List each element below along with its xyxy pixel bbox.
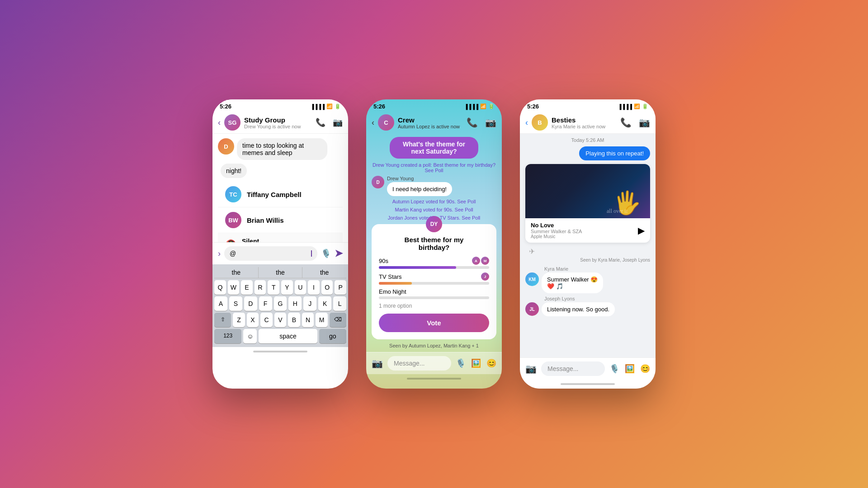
battery-icon-3: 🔋 [642, 103, 648, 109]
key-space[interactable]: space [259, 329, 317, 343]
expand-button[interactable]: › [218, 249, 221, 258]
key-shift[interactable]: ⇧ [214, 313, 231, 327]
header-actions-1: 📞 📷 [316, 117, 343, 127]
key-q[interactable]: Q [214, 280, 226, 295]
besties-avatar: B [532, 114, 548, 131]
key-o[interactable]: O [321, 280, 333, 295]
music-play-button[interactable]: ▶ [638, 225, 645, 236]
suggestion-2[interactable]: the [259, 267, 303, 278]
mic-button-3[interactable]: 🎙️ [609, 364, 619, 374]
phone-call-button[interactable]: 📞 [316, 117, 326, 127]
vote-button[interactable]: Vote [379, 314, 489, 332]
joseph-avatar: JL [525, 302, 539, 316]
home-bar-2 [407, 378, 461, 380]
status-bar-2: 5:26 ▐▐▐▐ 📶 🔋 [366, 99, 502, 112]
message-row-1: D time to stop looking at memes and slee… [218, 138, 343, 160]
key-l[interactable]: L [333, 296, 346, 311]
placeholder-text-3: Message... [547, 365, 578, 372]
key-go[interactable]: go [319, 329, 346, 343]
system-text: Drew Young created a poll: Best theme fo… [373, 162, 495, 168]
header-actions-2: 📞 📷 [467, 117, 496, 128]
keyboard-row-3: ⇧ Z X C V B N M ⌫ [214, 313, 346, 327]
video-button-3[interactable]: 📷 [639, 117, 650, 128]
key-s[interactable]: S [229, 296, 242, 311]
key-h[interactable]: H [288, 296, 302, 311]
mic-button-1[interactable]: 🎙️ [321, 249, 331, 258]
contact-item-brian[interactable]: BW Brian Willis [218, 207, 343, 233]
key-z[interactable]: Z [233, 313, 245, 327]
chat-header-3: ‹ B Besties Kyra Marie is active now 📞 📷 [520, 112, 656, 134]
sticker-button-3[interactable]: 😊 [640, 364, 650, 374]
sticker-button-2[interactable]: 😊 [486, 358, 496, 368]
key-123[interactable]: 123 [214, 329, 241, 343]
see-poll-link-4[interactable]: See Poll [462, 215, 480, 221]
status-bar-3: 5:26 ▐▐▐▐ 📶 🔋 [520, 99, 656, 112]
message-input-2[interactable]: Message... [387, 356, 451, 371]
camera-button-3[interactable]: 📷 [525, 363, 537, 374]
key-backspace[interactable]: ⌫ [330, 313, 346, 327]
key-n[interactable]: N [302, 313, 314, 327]
see-poll-link-3[interactable]: See Poll [455, 207, 473, 212]
message-bubble-1: time to stop looking at memes and sleep [237, 138, 327, 160]
keyboard-1: the the the Q W E R T Y U I O P A S D F … [212, 264, 348, 347]
home-bar-1 [253, 351, 307, 352]
back-button-2[interactable]: ‹ [372, 118, 374, 127]
keyboard-suggestions: the the the [214, 267, 346, 278]
video-button-2[interactable]: 📷 [485, 117, 496, 128]
key-g[interactable]: G [274, 296, 287, 311]
key-m[interactable]: M [316, 313, 328, 327]
home-indicator-1 [212, 347, 348, 356]
message-input-3[interactable]: Message... [541, 361, 605, 376]
key-b[interactable]: B [288, 313, 300, 327]
wifi-icon-2: 📶 [480, 103, 486, 109]
key-u[interactable]: U [295, 280, 307, 295]
suggestion-3[interactable]: the [302, 267, 346, 278]
system-message: Drew Young created a poll: Best theme fo… [372, 162, 496, 173]
wifi-icon: 📶 [326, 103, 333, 109]
image-button-3[interactable]: 🖼️ [625, 364, 635, 374]
see-poll-link-1[interactable]: See Poll [425, 168, 443, 173]
back-button-3[interactable]: ‹ [525, 118, 528, 127]
camera-button-2[interactable]: 📷 [372, 358, 383, 369]
phone-button-3[interactable]: 📞 [620, 117, 632, 128]
key-x[interactable]: X [247, 313, 259, 327]
key-y[interactable]: Y [281, 280, 293, 295]
header-info-2: Crew Autumn Lopez is active now [398, 116, 463, 129]
chat-area-1: D time to stop looking at memes and slee… [212, 134, 348, 242]
back-button-1[interactable]: ‹ [218, 118, 221, 127]
key-c[interactable]: C [260, 313, 273, 327]
signal-icon-3: ▐▐▐▐ [618, 104, 632, 109]
compose-area-2: 📷 Message... 🎙️ 🖼️ 😊 [366, 352, 502, 374]
key-t[interactable]: T [268, 280, 279, 295]
key-v[interactable]: V [274, 313, 287, 327]
key-a[interactable]: A [214, 296, 227, 311]
poll-intro-bubble: What's the theme for next Saturday? [390, 137, 478, 159]
kyra-bubble: Summer Walker 😍❤️ 🎵 [542, 272, 603, 293]
suggestion-1[interactable]: the [214, 267, 259, 278]
contact-name-brian: Brian Willis [247, 216, 284, 224]
see-poll-link-2[interactable]: See Poll [457, 199, 476, 204]
image-button-2[interactable]: 🖼️ [471, 358, 481, 368]
contact-item-tiffany[interactable]: TC Tiffany Campbell [218, 182, 343, 207]
send-button-1[interactable]: ➤ [335, 248, 343, 259]
key-e[interactable]: E [241, 280, 253, 295]
phone-button-2[interactable]: 📞 [467, 117, 478, 128]
key-w[interactable]: W [228, 280, 240, 295]
key-p[interactable]: P [335, 280, 346, 295]
option-tvstars-avatars: J [481, 272, 489, 281]
video-call-button[interactable]: 📷 [333, 117, 343, 127]
key-emoji[interactable]: ☺ [243, 329, 257, 343]
poll-card: DY Best theme for mybirthday? 90s A M TV… [372, 224, 496, 339]
key-j[interactable]: J [303, 296, 316, 311]
key-d[interactable]: D [244, 296, 257, 311]
key-f[interactable]: F [259, 296, 272, 311]
option-tvstars-text: TV Stars [379, 273, 402, 280]
mic-button-2[interactable]: 🎙️ [456, 358, 466, 368]
kyra-avatar: KM [525, 272, 539, 286]
music-details: No Love Summer Walker & SZA Apple Music [531, 222, 634, 239]
key-i[interactable]: I [308, 280, 320, 295]
key-k[interactable]: K [318, 296, 331, 311]
silent-option[interactable]: 🔕 Silent Send message without a notifica… [218, 233, 343, 242]
message-input-1[interactable]: @ [224, 246, 317, 261]
key-r[interactable]: R [255, 280, 266, 295]
